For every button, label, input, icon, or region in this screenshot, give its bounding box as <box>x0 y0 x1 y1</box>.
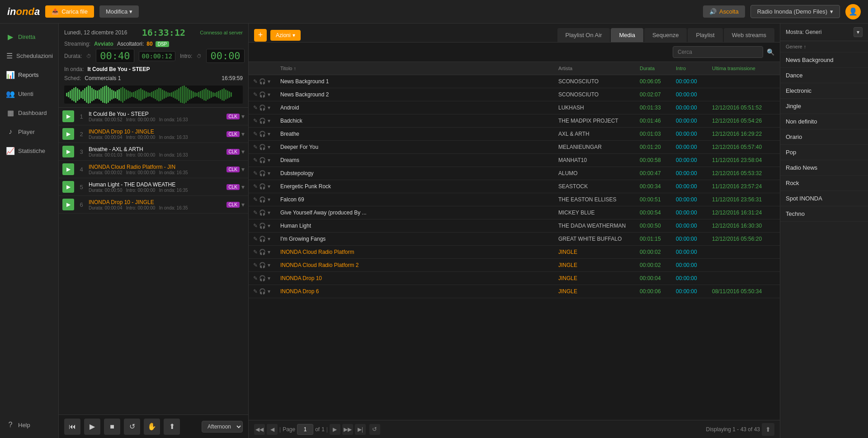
page-next-button[interactable]: ▶ <box>330 424 340 435</box>
headphone-icon[interactable]: 🎧 <box>259 275 266 281</box>
page-first-button[interactable]: ◀◀ <box>254 424 265 435</box>
table-row[interactable]: ✎ 🎧 ▾ Give Yourself Away (produced By ..… <box>249 206 780 219</box>
chevron-down-icon[interactable]: ▾ <box>241 166 245 173</box>
edit-icon[interactable]: ✎ <box>253 262 258 268</box>
clk-badge[interactable]: CLK <box>226 149 240 155</box>
chevron-down-icon[interactable]: ▾ <box>268 131 270 137</box>
playlist-play-btn[interactable]: ▶ <box>62 128 74 140</box>
sidebar-item-utenti[interactable]: 👥 Utenti <box>0 84 58 103</box>
stop-button[interactable]: ■ <box>104 419 120 435</box>
playlist-item[interactable]: ▶ 4 INONDA Cloud Radio Platform - JIN Du… <box>59 161 248 178</box>
table-row[interactable]: ✎ 🎧 ▾ Human Light THE DADA WEATHERMAN 00… <box>249 219 780 233</box>
table-row[interactable]: ✎ 🎧 ▾ I'm Growing Fangs GREAT WHITE BUFF… <box>249 233 780 246</box>
table-row[interactable]: ✎ 🎧 ▾ Dreams MANHAT10 00:00:58 00:00:00 … <box>249 154 780 167</box>
edit-icon[interactable]: ✎ <box>253 131 258 137</box>
table-row[interactable]: ✎ 🎧 ▾ Badchick THE MADPIX PROJECT 00:01:… <box>249 114 780 128</box>
search-input[interactable] <box>673 46 763 58</box>
playlist-play-btn[interactable]: ▶ <box>62 110 74 122</box>
headphone-icon[interactable]: 🎧 <box>259 249 266 255</box>
chevron-down-icon[interactable]: ▾ <box>268 275 270 281</box>
headphone-icon[interactable]: 🎧 <box>259 236 266 242</box>
headphone-icon[interactable]: 🎧 <box>259 196 266 203</box>
genre-item[interactable]: Pop <box>780 145 868 160</box>
col-header-title[interactable]: Titolo ↑ <box>276 62 554 75</box>
headphone-icon[interactable]: 🎧 <box>259 157 266 163</box>
genre-item[interactable]: Non definito <box>780 114 868 129</box>
clk-badge[interactable]: CLK <box>226 202 240 208</box>
headphone-icon[interactable]: 🎧 <box>259 91 266 98</box>
genre-dropdown-button[interactable]: ▾ <box>854 27 863 37</box>
user-button[interactable]: 👤 <box>845 4 861 19</box>
edit-icon[interactable]: ✎ <box>253 275 258 281</box>
playlist-play-btn[interactable]: ▶ <box>62 181 74 193</box>
playlist-play-btn[interactable]: ▶ <box>62 146 74 157</box>
edit-icon[interactable]: ✎ <box>253 209 258 216</box>
ascolta-button[interactable]: 🔊 Ascolta <box>703 5 745 18</box>
table-row[interactable]: ✎ 🎧 ▾ INONDA Cloud Radio Platform JINGLE… <box>249 246 780 259</box>
table-row[interactable]: ✎ 🎧 ▾ News Background 2 SCONOSCIUTO 00:0… <box>249 88 780 101</box>
genre-item[interactable]: Dance <box>780 68 868 83</box>
chevron-down-icon[interactable]: ▾ <box>268 118 270 124</box>
edit-icon[interactable]: ✎ <box>253 170 258 176</box>
carica-file-button[interactable]: 📤 Carica file <box>45 5 94 18</box>
edit-icon[interactable]: ✎ <box>253 288 258 295</box>
sidebar-item-reports[interactable]: 📊 Reports <box>0 65 58 84</box>
add-media-button[interactable]: + <box>254 29 267 42</box>
genre-item[interactable]: Orario <box>780 129 868 145</box>
col-header-artist[interactable]: Artista <box>554 62 635 75</box>
genre-item[interactable]: News Background <box>780 52 868 68</box>
chevron-down-icon[interactable]: ▾ <box>268 223 270 229</box>
azioni-button[interactable]: Azioni ▾ <box>270 30 301 41</box>
modifica-button[interactable]: Modifica ▾ <box>99 5 139 18</box>
genre-item[interactable]: Rock <box>780 176 868 191</box>
hand-button[interactable]: ✋ <box>144 419 160 435</box>
table-row[interactable]: ✎ 🎧 ▾ Dubstepology ALUMO 00:00:47 00:00:… <box>249 167 780 180</box>
page-end-button[interactable]: ▶| <box>355 424 366 435</box>
edit-icon[interactable]: ✎ <box>253 196 258 203</box>
page-number-input[interactable] <box>297 424 313 435</box>
table-row[interactable]: ✎ 🎧 ▾ Energetic Punk Rock SEASTOCK 00:00… <box>249 180 780 193</box>
headphone-icon[interactable]: 🎧 <box>259 78 266 85</box>
sidebar-item-diretta[interactable]: ▶ Diretta <box>0 27 58 46</box>
chevron-down-icon[interactable]: ▾ <box>241 130 245 138</box>
edit-icon[interactable]: ✎ <box>253 118 258 124</box>
sidebar-item-help[interactable]: ? Help <box>0 415 58 434</box>
tab-sequenze[interactable]: Sequenze <box>644 28 687 42</box>
edit-icon[interactable]: ✎ <box>253 157 258 163</box>
edit-icon[interactable]: ✎ <box>253 223 258 229</box>
sidebar-item-statistiche[interactable]: 📈 Statistiche <box>0 141 58 160</box>
genre-item[interactable]: Techno <box>780 206 868 222</box>
tab-web-streams[interactable]: Web streams <box>724 28 774 42</box>
sidebar-item-player[interactable]: ♪ Player <box>0 122 58 141</box>
col-header-intro[interactable]: Intro <box>671 62 708 75</box>
headphone-icon[interactable]: 🎧 <box>259 118 266 124</box>
tab-playlist-on-air[interactable]: Playlist On Air <box>557 28 610 42</box>
sidebar-item-schedulazioni[interactable]: ☰ Schedulazioni <box>0 46 58 65</box>
edit-icon[interactable]: ✎ <box>253 249 258 255</box>
clk-badge[interactable]: CLK <box>226 167 240 172</box>
upload-button[interactable]: ⬆ <box>164 419 180 435</box>
col-header-last[interactable]: Ultima trasmissione <box>708 62 780 75</box>
chevron-down-icon[interactable]: ▾ <box>241 201 245 208</box>
headphone-icon[interactable]: 🎧 <box>259 131 266 137</box>
chevron-down-icon[interactable]: ▾ <box>241 183 245 190</box>
playlist-item[interactable]: ▶ 6 INONDA Drop 10 - JINGLE Durata: 00:0… <box>59 196 248 214</box>
playlist-item[interactable]: ▶ 2 INONDA Drop 10 - JINGLE Durata: 00:0… <box>59 125 248 143</box>
table-row[interactable]: ✎ 🎧 ▾ INONDA Drop 10 JINGLE 00:00:04 00:… <box>249 272 780 285</box>
refresh-button[interactable]: ↺ <box>124 419 140 435</box>
edit-icon[interactable]: ✎ <box>253 78 258 85</box>
table-row[interactable]: ✎ 🎧 ▾ Android LUKHASH 00:01:33 00:00:00 … <box>249 101 780 114</box>
headphone-icon[interactable]: 🎧 <box>259 144 266 150</box>
headphone-icon[interactable]: 🎧 <box>259 183 266 190</box>
playlist-play-btn[interactable]: ▶ <box>62 163 74 175</box>
table-refresh-button[interactable]: ↺ <box>369 424 380 435</box>
genre-item[interactable]: Radio News <box>780 160 868 176</box>
table-row[interactable]: ✎ 🎧 ▾ INONDA Cloud Radio Platform 2 JING… <box>249 259 780 272</box>
chevron-down-icon[interactable]: ▾ <box>268 78 270 85</box>
chevron-down-icon[interactable]: ▾ <box>268 183 270 190</box>
headphone-icon[interactable]: 🎧 <box>259 170 266 176</box>
headphone-icon[interactable]: 🎧 <box>259 288 266 295</box>
chevron-down-icon[interactable]: ▾ <box>268 236 270 242</box>
tab-media[interactable]: Media <box>611 28 643 42</box>
clk-badge[interactable]: CLK <box>226 184 240 190</box>
